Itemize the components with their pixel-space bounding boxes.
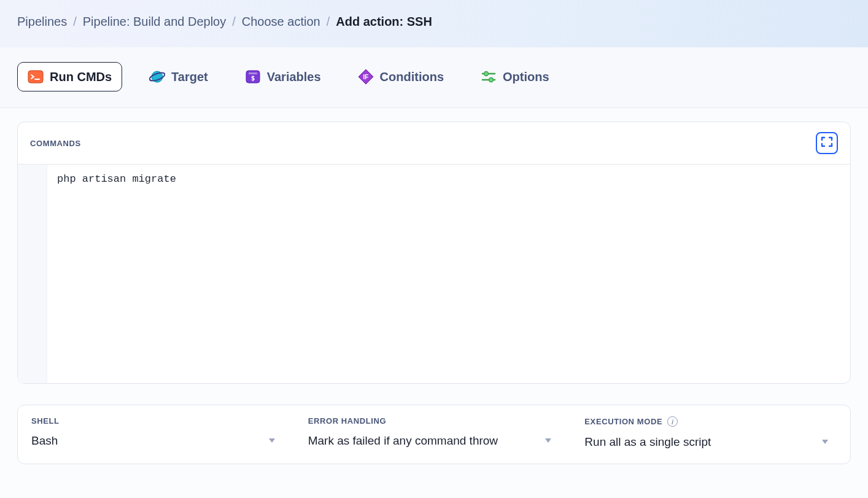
options-icon xyxy=(481,69,497,85)
breadcrumb-sep: / xyxy=(73,15,77,29)
chevron-down-icon xyxy=(268,434,276,448)
execution-mode-select[interactable]: Run all as a single script xyxy=(584,435,837,449)
commands-title: COMMANDS xyxy=(30,139,81,148)
tab-target[interactable]: Target xyxy=(139,63,218,91)
shell-label: SHELL xyxy=(31,416,284,426)
tab-label: Variables xyxy=(267,70,321,84)
execution-mode-value: Run all as a single script xyxy=(584,435,711,449)
shell-select[interactable]: Bash xyxy=(31,434,284,448)
execution-mode-option: EXECUTION MODE i Run all as a single scr… xyxy=(584,416,837,449)
execution-mode-label-text: EXECUTION MODE xyxy=(584,417,662,426)
breadcrumb: Pipelines / Pipeline: Build and Deploy /… xyxy=(17,15,851,29)
content-area: COMMANDS php artisan migrate SHELL Bash xyxy=(0,108,868,478)
planet-icon xyxy=(149,69,165,85)
terminal-icon xyxy=(28,69,44,85)
commands-panel-head: COMMANDS xyxy=(18,122,850,165)
breadcrumb-choose-action[interactable]: Choose action xyxy=(242,15,320,29)
svg-point-12 xyxy=(489,78,494,82)
svg-text:IF: IF xyxy=(363,74,368,80)
breadcrumb-pipelines[interactable]: Pipelines xyxy=(17,15,67,29)
breadcrumb-header: Pipelines / Pipeline: Build and Deploy /… xyxy=(0,0,868,47)
tab-conditions[interactable]: IF Conditions xyxy=(348,63,454,91)
expand-button[interactable] xyxy=(816,132,838,154)
commands-panel: COMMANDS php artisan migrate xyxy=(17,122,851,384)
svg-rect-0 xyxy=(28,71,43,83)
error-handling-select[interactable]: Mark as failed if any command throw xyxy=(308,434,560,448)
editor-body: php artisan migrate xyxy=(18,165,850,383)
options-panel: SHELL Bash ERROR HANDLING Mark as failed… xyxy=(17,405,851,464)
variables-icon: $ xyxy=(245,69,261,85)
breadcrumb-sep: / xyxy=(327,15,330,29)
commands-code-editor[interactable]: php artisan migrate xyxy=(47,165,850,383)
editor-gutter xyxy=(18,165,47,383)
chevron-down-icon xyxy=(544,434,552,448)
breadcrumb-sep: / xyxy=(232,15,236,29)
breadcrumb-current: Add action: SSH xyxy=(336,15,432,29)
conditions-icon: IF xyxy=(358,69,374,85)
tab-options[interactable]: Options xyxy=(471,63,559,91)
expand-icon xyxy=(820,135,834,151)
tab-label: Conditions xyxy=(380,70,444,84)
tab-run-cmds[interactable]: Run CMDs xyxy=(17,62,122,91)
error-handling-option: ERROR HANDLING Mark as failed if any com… xyxy=(308,416,560,449)
svg-point-10 xyxy=(484,72,489,76)
breadcrumb-pipeline-build-deploy[interactable]: Pipeline: Build and Deploy xyxy=(83,15,227,29)
error-handling-label: ERROR HANDLING xyxy=(308,416,560,426)
shell-option: SHELL Bash xyxy=(31,416,284,449)
svg-marker-13 xyxy=(269,438,275,443)
svg-text:$: $ xyxy=(250,74,255,82)
info-icon[interactable]: i xyxy=(667,416,678,427)
svg-marker-15 xyxy=(822,440,828,444)
shell-value: Bash xyxy=(31,434,58,448)
execution-mode-label: EXECUTION MODE i xyxy=(584,416,837,427)
tab-variables[interactable]: $ Variables xyxy=(235,63,331,91)
tab-label: Target xyxy=(171,70,208,84)
svg-marker-14 xyxy=(545,438,551,443)
tab-label: Options xyxy=(503,70,549,84)
chevron-down-icon xyxy=(821,435,829,449)
tab-label: Run CMDs xyxy=(50,70,112,84)
tabs-bar: Run CMDs Target $ Variables IF Con xyxy=(0,47,868,108)
error-handling-value: Mark as failed if any command throw xyxy=(308,434,498,448)
